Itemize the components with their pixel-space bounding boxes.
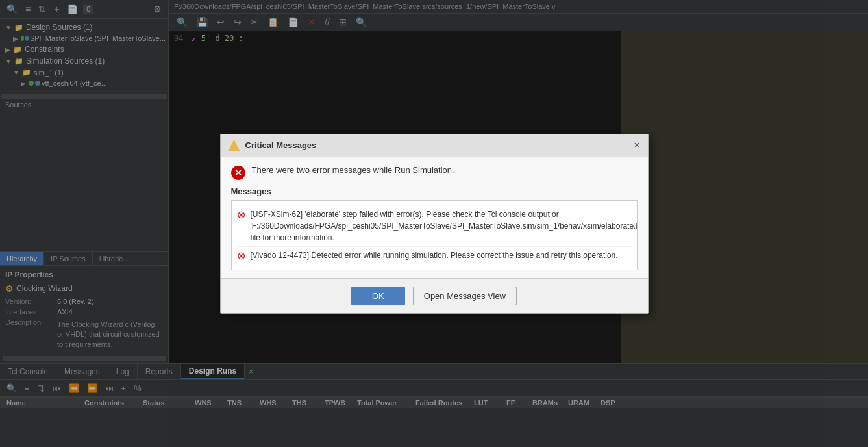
modal-close-button[interactable]: × [634,140,639,151]
modal-footer: OK Open Messages View [221,278,648,313]
critical-messages-modal: Critical Messages × ✕ There were two err… [220,134,649,314]
msg-text-2: [Vivado 12-4473] Detected error while ru… [251,249,618,261]
msg-text-1: [USF-XSim-62] 'elaborate' step failed wi… [251,209,638,244]
modal-header-left: Critical Messages [229,140,317,151]
ok-button[interactable]: OK [351,287,405,305]
warning-triangle-icon [229,140,240,151]
message-item-2: ⊗ [Vivado 12-4473] Detected error while … [237,247,632,264]
message-list: ⊗ [USF-XSim-62] 'elaborate' step failed … [231,200,638,270]
msg-error-icon-1: ⊗ [237,209,245,221]
message-item-1: ⊗ [USF-XSim-62] 'elaborate' step failed … [237,206,632,247]
messages-section-label: Messages [231,186,638,196]
main-error-icon: ✕ [231,166,245,180]
msg-error-icon-2: ⊗ [237,249,245,262]
main-error-text: There were two error messages while Run … [252,165,454,175]
modal-overlay: Critical Messages × ✕ There were two err… [0,0,868,447]
modal-body: ✕ There were two error messages while Ru… [221,157,648,278]
modal-title: Critical Messages [245,140,317,150]
modal-header: Critical Messages × [221,134,648,157]
modal-main-error-row: ✕ There were two error messages while Ru… [231,165,638,180]
open-messages-button[interactable]: Open Messages View [413,287,517,305]
